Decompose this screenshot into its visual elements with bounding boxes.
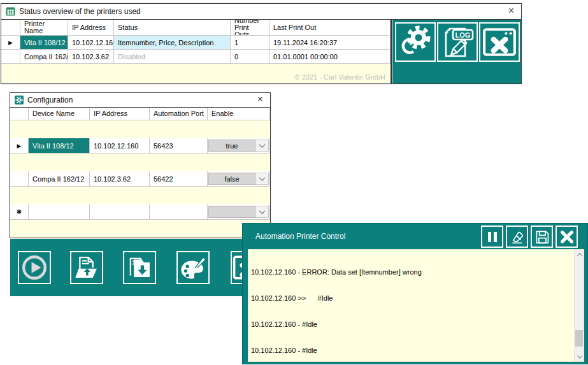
column-header-last-print-out[interactable]: Last Print Out — [269, 20, 391, 36]
design-button[interactable] — [176, 251, 210, 284]
cell-ip-address[interactable]: 10.102.12.160 — [68, 36, 114, 50]
selector-column-header[interactable] — [10, 108, 29, 120]
cell-printer-name[interactable]: Vita II 108/12 — [20, 36, 68, 50]
scroll-up-button[interactable] — [575, 250, 584, 259]
log-output-area[interactable]: 10.102.12.160 - ERROR: Data set [Itemnum… — [248, 249, 584, 362]
row-selector[interactable] — [10, 171, 29, 187]
export-button[interactable] — [123, 251, 156, 284]
chevron-up-icon — [577, 253, 582, 258]
close-button[interactable] — [556, 225, 578, 248]
cell-device-name[interactable]: Vita II 108/12 — [29, 138, 90, 154]
cell-status[interactable]: Itemnumber, Price, Description — [114, 36, 231, 50]
printers-table: Printer Name IP Address Status Number Pr… — [1, 20, 391, 64]
close-x-icon — [559, 229, 575, 245]
configuration-window: Configuration × Device Name IP Address A… — [10, 92, 271, 238]
row-selector[interactable]: ▶ — [10, 138, 29, 154]
column-header-enable[interactable]: Enable — [208, 108, 270, 120]
cell-device-name-empty[interactable] — [29, 204, 90, 220]
selector-column-header[interactable] — [1, 20, 20, 36]
enable-dropdown[interactable]: true — [208, 138, 269, 153]
cell-print-outs[interactable]: 0 — [231, 50, 269, 64]
table-grid-icon — [6, 7, 15, 16]
configuration-titlebar[interactable]: Configuration × — [10, 93, 270, 108]
cell-ip-address[interactable]: 10.102.12.160 — [90, 138, 150, 154]
pause-button[interactable] — [481, 225, 503, 248]
chevron-down-icon — [259, 175, 265, 181]
dropdown-value[interactable]: false — [208, 173, 255, 185]
automation-printer-control-window: Automation Printer Control — [242, 223, 588, 364]
cell-automation-port-empty[interactable] — [150, 204, 208, 220]
play-icon — [20, 253, 49, 282]
dropdown-button[interactable] — [255, 140, 269, 152]
chevron-down-icon — [259, 141, 265, 148]
log-line: 10.102.12.160 - #Idle — [251, 347, 573, 355]
start-button[interactable] — [18, 251, 51, 284]
window-title: Automation Printer Control — [255, 232, 345, 241]
cell-printer-name[interactable]: Compa II 162/12 — [20, 50, 68, 64]
scrollbar-thumb[interactable] — [575, 330, 583, 347]
gear-reload-icon — [398, 25, 433, 59]
enable-dropdown[interactable] — [208, 204, 269, 219]
window-title: Configuration — [27, 96, 73, 104]
row-selector[interactable] — [1, 50, 20, 64]
enable-dropdown[interactable]: false — [208, 171, 269, 186]
import-button[interactable] — [70, 251, 103, 284]
window-close-icon — [482, 25, 517, 59]
cell-automation-port[interactable]: 56422 — [150, 171, 208, 187]
column-header-ip-address[interactable]: IP Address — [90, 108, 150, 120]
dropdown-value[interactable] — [208, 206, 255, 218]
cell-print-outs[interactable]: 1 — [231, 36, 269, 50]
cell-ip-address-empty[interactable] — [90, 204, 150, 220]
new-row-selector[interactable]: ✱ — [10, 204, 29, 220]
palette-brush-icon — [178, 253, 208, 282]
status-button-panel: LOG — [392, 20, 521, 83]
chevron-down-icon — [577, 353, 582, 358]
exit-application-button[interactable] — [479, 22, 520, 62]
cell-status[interactable]: Disabled — [114, 50, 231, 64]
save-floppy-icon — [534, 229, 550, 245]
cell-ip-address[interactable]: 10.102.3.62 — [68, 50, 114, 64]
status-overview-window: Status overview of the printers used × P… — [1, 3, 522, 84]
pause-icon — [485, 230, 499, 244]
folder-up-icon — [72, 253, 101, 282]
cell-device-name[interactable]: Compa II 162/12 — [29, 171, 90, 187]
reload-settings-button[interactable] — [395, 22, 436, 62]
cell-last-print-out[interactable]: 19.11.2024 16:20:37 — [269, 36, 391, 50]
selected-row-arrow-icon: ▶ — [8, 39, 13, 46]
vertical-scrollbar[interactable] — [574, 250, 584, 361]
chevron-down-icon — [259, 208, 265, 214]
log-document-pencil-icon: LOG — [440, 25, 475, 59]
log-line: 10.102.12.160 - ERROR: Data set [Itemnum… — [251, 268, 573, 277]
log-line: 10.102.12.160 - #Idle — [251, 320, 573, 329]
window-title: Status overview of the printers used — [19, 7, 141, 16]
close-button[interactable]: × — [257, 94, 263, 104]
gear-icon — [15, 96, 24, 104]
cell-last-print-out[interactable]: 01.01.0001 00:00:00 — [269, 50, 391, 64]
new-row-asterisk-icon: ✱ — [17, 208, 22, 215]
status-table-area: Printer Name IP Address Status Number Pr… — [1, 20, 392, 83]
status-titlebar[interactable]: Status overview of the printers used × — [1, 4, 521, 20]
dropdown-value[interactable]: true — [208, 140, 255, 152]
selected-row-arrow-icon: ▶ — [17, 143, 22, 149]
cell-ip-address[interactable]: 10.102.3.62 — [90, 171, 150, 187]
save-log-button[interactable] — [531, 225, 553, 248]
dropdown-button[interactable] — [255, 173, 269, 185]
column-header-printer-name[interactable]: Printer Name — [20, 20, 68, 36]
log-text: 10.102.12.160 - ERROR: Data set [Itemnum… — [251, 251, 573, 360]
clear-log-button[interactable] — [506, 225, 528, 248]
column-header-status[interactable]: Status — [114, 20, 231, 36]
log-file-button[interactable]: LOG — [437, 22, 478, 62]
close-button[interactable]: × — [508, 6, 514, 16]
column-header-device-name[interactable]: Device Name — [29, 108, 90, 120]
row-selector[interactable]: ▶ — [1, 36, 20, 50]
column-header-number-print-outs[interactable]: Number Print Outs — [231, 20, 269, 36]
log-line: 10.102.12.160 >> #Idle — [251, 294, 573, 303]
configuration-table: Device Name IP Address Automation Port E… — [10, 108, 270, 238]
cell-automation-port[interactable]: 56423 — [150, 138, 208, 154]
column-header-ip-address[interactable]: IP Address — [68, 20, 114, 36]
column-header-automation-port[interactable]: Automation Port — [150, 108, 208, 120]
dropdown-button[interactable] — [255, 206, 269, 218]
cell-enable: false — [208, 171, 270, 187]
scroll-down-button[interactable] — [575, 352, 584, 361]
cell-enable-empty — [208, 204, 270, 220]
